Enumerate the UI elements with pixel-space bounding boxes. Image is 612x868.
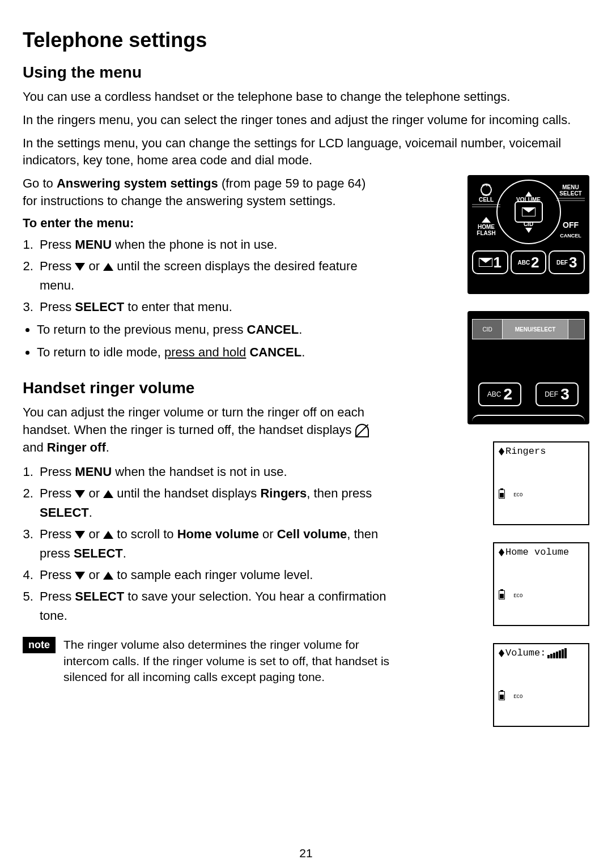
keypad-key-2: ABC 2	[511, 250, 547, 274]
home-flash-button: HOME FLASH	[472, 217, 500, 236]
battery-icon	[499, 691, 505, 700]
lcd-screen-home-volume: Home volume ECO	[493, 542, 589, 626]
triangle-down-icon	[75, 490, 85, 498]
list-item: Press or until the handset displays Ring…	[37, 484, 411, 522]
figures-column: CELL MENU SELECT HOME FLASH OFF CAN	[419, 175, 589, 727]
ordered-list: Press MENU when the handset is not in us…	[23, 462, 411, 626]
list-item: Press MENU when the handset is not in us…	[37, 462, 411, 482]
ordered-list: Press MENU when the phone is not in use.…	[23, 235, 388, 317]
lcd-text: Volume:	[505, 648, 546, 658]
cell-icon	[481, 184, 492, 195]
d-pad: VOLUME CID	[496, 180, 561, 244]
triangle-up-icon	[499, 448, 504, 452]
eco-label: ECO	[513, 694, 522, 700]
paragraph: Go to Answering system settings (from pa…	[23, 175, 374, 210]
triangle-down-icon	[75, 531, 85, 539]
triangle-down-icon	[75, 572, 85, 580]
triangle-down-icon	[499, 552, 504, 556]
list-item: To return to idle mode, press and hold C…	[37, 343, 388, 362]
bullet-list: To return to the previous menu, press CA…	[23, 320, 388, 362]
paragraph: You can use a cordless handset or the te…	[23, 88, 589, 106]
note-text: The ringer volume also determines the ri…	[63, 637, 405, 685]
note-label: note	[23, 637, 56, 653]
list-item: Press SELECT to save your selection. You…	[37, 587, 411, 626]
base-menu-row: CID MENU/SELECT	[472, 319, 585, 339]
home-icon	[482, 217, 491, 223]
triangle-down-icon	[499, 452, 504, 456]
handset-keypad-illustration: CELL MENU SELECT HOME FLASH OFF CAN	[468, 175, 589, 294]
cancel-button: CANCEL	[556, 233, 585, 239]
keypad-key-3: DEF 3	[549, 250, 585, 274]
volume-bars-icon	[547, 648, 567, 658]
cell-button: CELL	[472, 184, 500, 209]
envelope-icon	[522, 207, 536, 216]
triangle-up-icon	[525, 192, 532, 197]
eco-label: ECO	[513, 593, 522, 599]
triangle-up-icon	[499, 548, 504, 552]
triangle-up-icon	[103, 531, 113, 539]
menu-select-button: MENU SELECT	[556, 184, 585, 202]
list-item: Press or to sample each ringer volume le…	[37, 565, 411, 585]
lcd-screen-ringers: Ringers ECO	[493, 441, 589, 525]
triangle-up-icon	[103, 572, 113, 580]
list-item: Press or until the screen displays the d…	[37, 257, 388, 295]
battery-icon	[499, 590, 505, 599]
section-heading-using-menu: Using the menu	[23, 63, 589, 82]
base-cid-button: CID	[473, 320, 503, 339]
ringer-off-icon	[355, 424, 369, 437]
triangle-up-icon	[103, 490, 113, 498]
paragraph: In the settings menu, you can change the…	[23, 135, 589, 170]
base-key-2: ABC 2	[478, 382, 521, 406]
triangle-down-icon	[525, 228, 532, 233]
envelope-icon	[479, 258, 492, 267]
page-number: 21	[299, 846, 312, 860]
eco-label: ECO	[513, 492, 522, 498]
lcd-text: Ringers	[505, 446, 546, 457]
paragraph: In the ringers menu, you can select the …	[23, 112, 589, 129]
off-button: OFF	[556, 220, 585, 229]
list-item: Press SELECT to enter that menu.	[37, 297, 388, 317]
triangle-up-icon	[103, 263, 113, 271]
list-item: To return to the previous menu, press CA…	[37, 320, 388, 339]
battery-icon	[499, 490, 505, 499]
triangle-up-icon	[499, 649, 504, 653]
list-item: Press MENU when the phone is not in use.	[37, 235, 388, 254]
paragraph: You can adjust the ringer volume or turn…	[23, 404, 374, 456]
base-menu-select-button: MENU/SELECT	[503, 320, 568, 339]
keypad-key-1: 1	[472, 250, 508, 274]
lcd-text: Home volume	[505, 547, 569, 558]
list-item: Press or to scroll to Home volume or Cel…	[37, 525, 411, 563]
note-box: note The ringer volume also determines t…	[23, 637, 405, 685]
page-title: Telephone settings	[23, 28, 589, 52]
document-page: Telephone settings Using the menu You ca…	[0, 0, 612, 868]
base-key-3: DEF 3	[536, 382, 579, 406]
triangle-down-icon	[499, 653, 504, 657]
triangle-down-icon	[75, 263, 85, 271]
lcd-screen-volume-level: Volume: ECO	[493, 643, 589, 727]
base-keypad-illustration: CID MENU/SELECT ABC 2 DEF 3	[468, 311, 589, 424]
d-pad-center	[515, 201, 543, 223]
